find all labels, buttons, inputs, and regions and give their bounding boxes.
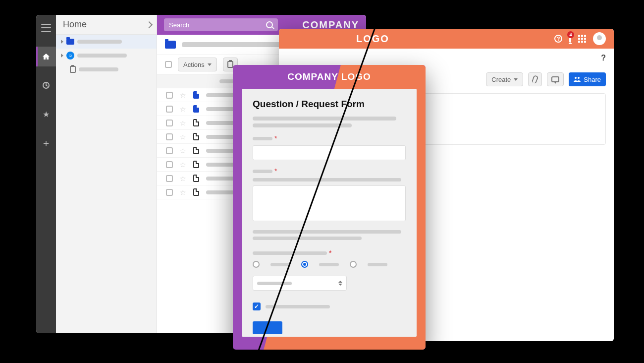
required-marker: * [274, 167, 277, 175]
required-marker: * [274, 134, 277, 142]
file-icon [193, 147, 199, 154]
tree-item-group[interactable]: ☺ [56, 49, 157, 62]
star-icon[interactable]: ☆ [180, 175, 186, 182]
actions-button[interactable]: Actions [178, 58, 217, 71]
hamburger-icon [41, 24, 51, 32]
chevron-right-icon[interactable] [146, 21, 153, 28]
text-input-1[interactable] [253, 145, 406, 160]
placeholder-text [253, 237, 362, 240]
placeholder-text [253, 178, 401, 182]
help-icon[interactable]: ? [554, 35, 562, 43]
top-bar-right: LOGO ? 4 [279, 29, 614, 49]
apps-icon[interactable] [578, 35, 586, 43]
row-checkbox[interactable] [166, 92, 173, 99]
radio-label [270, 263, 290, 266]
checkbox-checked[interactable]: ✓ [253, 302, 261, 310]
search-placeholder: Search [169, 21, 189, 29]
nav-rail: ★ ＋ [36, 15, 56, 333]
nav-starred[interactable]: ★ [36, 104, 56, 124]
radio-group [253, 261, 406, 268]
help-label[interactable]: ? [601, 54, 606, 62]
placeholder-text [253, 117, 396, 121]
nav-home[interactable] [36, 47, 56, 66]
select-all-checkbox[interactable] [165, 61, 172, 68]
row-checkbox[interactable] [166, 161, 173, 168]
star-icon[interactable]: ☆ [180, 119, 186, 127]
comment-button[interactable] [547, 72, 564, 86]
share-label: Share [584, 76, 601, 83]
form-card: COMPANY LOGO Question / Request Form * *… [233, 65, 426, 350]
star-icon[interactable]: ☆ [180, 188, 186, 196]
tree-header: Home [56, 15, 157, 35]
row-checkbox[interactable] [166, 147, 173, 154]
radio-label [368, 263, 387, 266]
tree-panel: Home ☺ [56, 15, 157, 333]
star-icon[interactable]: ☆ [180, 147, 186, 155]
row-checkbox[interactable] [166, 106, 173, 113]
select-value [257, 282, 292, 285]
textarea-input[interactable] [253, 185, 406, 221]
attach-button[interactable] [528, 72, 542, 86]
file-icon [193, 119, 199, 126]
row-checkbox[interactable] [166, 133, 173, 140]
star-icon[interactable]: ☆ [180, 133, 186, 141]
trash-icon [70, 66, 76, 73]
file-icon [193, 175, 199, 182]
row-checkbox[interactable] [166, 175, 173, 182]
radio-label [319, 263, 339, 266]
avatar[interactable] [593, 32, 606, 45]
file-icon [193, 91, 199, 99]
radio-option-2[interactable] [301, 261, 308, 268]
group-icon: ☺ [66, 52, 74, 60]
folder-icon [66, 39, 74, 45]
search-icon [266, 21, 273, 28]
search-input[interactable]: Search [164, 18, 278, 31]
radio-option-1[interactable] [253, 261, 260, 268]
chevron-down-icon [208, 63, 212, 66]
create-button[interactable]: Create [486, 72, 523, 86]
caret-icon [61, 54, 63, 58]
plus-icon: ＋ [41, 136, 51, 150]
submit-button[interactable] [253, 321, 282, 334]
chevron-down-icon [514, 78, 518, 81]
folder-icon [165, 41, 176, 49]
brand-right: LOGO [356, 33, 389, 45]
tree-item-folder[interactable] [56, 35, 157, 49]
placeholder-text [77, 54, 127, 58]
form-body: Question / Request Form * * * [242, 89, 417, 337]
select-arrows-icon [338, 281, 342, 286]
menu-button[interactable] [36, 18, 56, 38]
star-icon[interactable]: ☆ [180, 105, 186, 113]
clock-icon [42, 81, 50, 89]
star-icon: ★ [43, 110, 50, 119]
field-label [253, 137, 272, 140]
nav-add[interactable]: ＋ [36, 133, 56, 153]
share-button[interactable]: Share [569, 72, 606, 86]
field-label [253, 170, 272, 173]
row-checkbox[interactable] [166, 120, 173, 126]
radio-option-3[interactable] [350, 261, 357, 268]
tree-title: Home [63, 19, 87, 30]
select-input[interactable] [253, 276, 347, 291]
required-marker: * [329, 249, 331, 257]
file-icon [193, 188, 199, 196]
tree-item-trash[interactable] [56, 62, 157, 76]
file-icon [193, 161, 199, 168]
file-icon [193, 133, 199, 140]
form-brand: COMPANY LOGO [233, 65, 426, 89]
caret-icon [61, 40, 63, 44]
star-icon[interactable]: ☆ [180, 91, 186, 99]
notification-badge: 4 [567, 31, 574, 38]
placeholder-text [77, 40, 122, 44]
top-tools: ? 4 [554, 32, 606, 45]
file-icon [193, 105, 199, 113]
paperclip-icon [532, 75, 539, 84]
actions-label: Actions [183, 61, 205, 68]
people-icon [574, 76, 581, 82]
row-checkbox[interactable] [166, 189, 173, 196]
form-title: Question / Request Form [253, 99, 406, 110]
checkbox-label [266, 305, 330, 308]
notifications-button[interactable]: 4 [569, 34, 571, 43]
star-icon[interactable]: ☆ [180, 161, 186, 169]
nav-recent[interactable] [36, 75, 56, 95]
